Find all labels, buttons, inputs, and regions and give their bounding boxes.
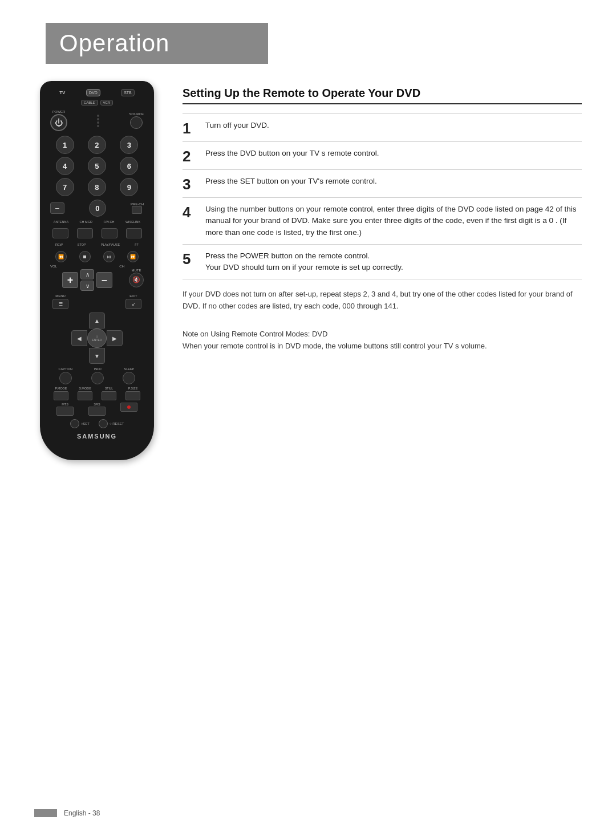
info-label: INFO <box>94 367 102 371</box>
pmode-label: P.MODE <box>55 387 67 390</box>
step-text: Press the DVD button on your TV s remote… <box>205 148 379 159</box>
vol-label: VOL <box>50 265 57 268</box>
dvd-button[interactable]: DVD <box>86 89 100 96</box>
num-6-button[interactable]: 6 <box>120 157 138 175</box>
set-reset-row: ○SET ○ RESET <box>46 419 148 428</box>
stb-button[interactable]: STB <box>121 89 135 96</box>
main-content: TV DVD STB CABLE VCR POWER ⏻ <box>34 81 582 460</box>
num-1-button[interactable]: 1 <box>56 136 74 154</box>
rew-button[interactable]: ⏪ <box>55 251 67 262</box>
vol-ch-buttons: + ∧ ∨ – <box>62 269 112 291</box>
menu-label: MENU <box>55 294 66 298</box>
caption-item: CAPTION <box>59 367 72 384</box>
pmode-item: P.MODE <box>54 387 68 400</box>
section-title: Setting Up the Remote to Operate Your DV… <box>183 87 582 104</box>
set-label: ○SET <box>81 422 90 425</box>
cable-vcr-row: CABLE VCR <box>81 100 113 105</box>
rec-item <box>120 403 137 416</box>
step-number: 3 <box>183 176 198 192</box>
num-3-button[interactable]: 3 <box>120 136 138 154</box>
dpad-right-button[interactable]: ▶ <box>107 330 123 346</box>
set-button[interactable] <box>70 419 79 428</box>
power-button[interactable]: ⏻ <box>50 114 67 131</box>
num-2-button[interactable]: 2 <box>88 136 106 154</box>
step-text: Press the POWER button on the remote con… <box>205 250 403 274</box>
vcr-button[interactable]: VCR <box>100 100 114 105</box>
num-0-button[interactable]: 0 <box>89 200 106 217</box>
pmode-row: P.MODE S.MODE STILL P.SIZE <box>46 387 148 400</box>
num-7-button[interactable]: 7 <box>56 178 74 196</box>
pmode-button[interactable] <box>54 391 68 400</box>
caption-button[interactable] <box>59 372 72 384</box>
ch-label: CH <box>119 265 124 268</box>
ch-buttons: ∧ ∨ <box>80 269 94 291</box>
rec-button[interactable] <box>120 403 137 412</box>
stop-button[interactable]: ⏹ <box>79 251 91 262</box>
still-item: STILL <box>102 387 116 400</box>
step-number: 4 <box>183 204 198 220</box>
note-section: Note on Using Remote Control Modes: DVDW… <box>183 328 582 352</box>
step-text: Press the SET button on your TV's remote… <box>205 176 377 187</box>
remote-control: TV DVD STB CABLE VCR POWER ⏻ <box>40 81 154 460</box>
vol-up-button[interactable]: + <box>62 272 78 288</box>
footer-text: English - 38 <box>64 809 100 817</box>
set-item: ○SET <box>70 419 90 428</box>
antenna-button[interactable] <box>52 228 68 238</box>
func-labels-row: ANTENNA CH MGR FAV.CH WISELINK <box>46 219 148 225</box>
step-item: 5 Press the POWER button on the remote c… <box>183 244 582 280</box>
enter-button[interactable]: ⊡ ENTER <box>87 328 107 348</box>
sleep-button[interactable] <box>123 372 135 384</box>
footer-bar <box>34 809 57 817</box>
reset-button[interactable] <box>99 419 108 428</box>
prech-button[interactable] <box>132 206 142 214</box>
info-button[interactable] <box>91 372 104 384</box>
mts-label: MTS <box>62 403 68 406</box>
mute-control: MUTE 🔇 <box>129 269 144 287</box>
menu-button[interactable]: ☰ <box>52 299 68 309</box>
playpause-button[interactable]: ⏯ <box>103 251 115 262</box>
transport-labels-row: REW STOP PLAY/PAUSE FF <box>46 242 148 247</box>
transport-row: ⏪ ⏹ ⏯ ⏩ <box>46 250 148 263</box>
psize-button[interactable] <box>125 391 140 400</box>
wiselink-button[interactable] <box>126 228 142 238</box>
num-5-button[interactable]: 5 <box>88 157 106 175</box>
exit-button[interactable]: ↙ <box>125 299 141 309</box>
source-button[interactable] <box>130 116 143 129</box>
ch-up-button[interactable]: ∧ <box>80 269 94 279</box>
numpad: 1 2 3 4 5 6 7 8 9 <box>46 136 148 196</box>
dpad-up-button[interactable]: ▲ <box>89 313 105 328</box>
ff-button[interactable]: ⏩ <box>127 251 139 262</box>
num-4-button[interactable]: 4 <box>56 157 74 175</box>
srs-button[interactable] <box>88 407 106 416</box>
ch-down-button[interactable]: ∨ <box>80 281 94 291</box>
page-title: Operation <box>59 30 254 57</box>
step-text: Turn off your DVD. <box>205 120 269 131</box>
dash-button[interactable]: – <box>50 202 64 214</box>
mts-button[interactable] <box>56 407 74 416</box>
reset-label: ○ RESET <box>110 422 124 425</box>
note-line: When your remote control is in DVD mode,… <box>183 340 582 352</box>
cable-button[interactable]: CABLE <box>81 100 98 105</box>
mute-button[interactable]: 🔇 <box>129 273 144 287</box>
num-8-button[interactable]: 8 <box>88 178 106 196</box>
source-label: SOURCE <box>129 112 144 116</box>
favch-button[interactable] <box>102 228 117 238</box>
led-indicator <box>97 115 99 127</box>
dpad-left-button[interactable]: ◀ <box>71 330 87 346</box>
exit-label: EXIT <box>129 294 137 298</box>
smode-button[interactable] <box>78 391 92 400</box>
dpad-section: ▲ ▼ ◀ ▶ ⊡ ENTER <box>46 313 148 364</box>
smode-label: S.MODE <box>79 387 91 390</box>
func-buttons-row <box>46 227 148 240</box>
playpause-label: PLAY/PAUSE <box>101 243 120 246</box>
num-9-button[interactable]: 9 <box>120 178 138 196</box>
step-text: Using the number buttons on your remote … <box>205 204 582 238</box>
menu-exit-row: MENU ☰ EXIT ↙ <box>46 293 148 310</box>
step-item: 1 Turn off your DVD. <box>183 113 582 141</box>
chmgr-button[interactable] <box>77 228 93 238</box>
mts-srs-row: MTS SRS <box>46 403 148 416</box>
still-button[interactable] <box>102 391 116 400</box>
vol-down-button[interactable]: – <box>96 272 112 288</box>
dpad-down-button[interactable]: ▼ <box>89 348 105 364</box>
caption-label: CAPTION <box>59 367 72 371</box>
